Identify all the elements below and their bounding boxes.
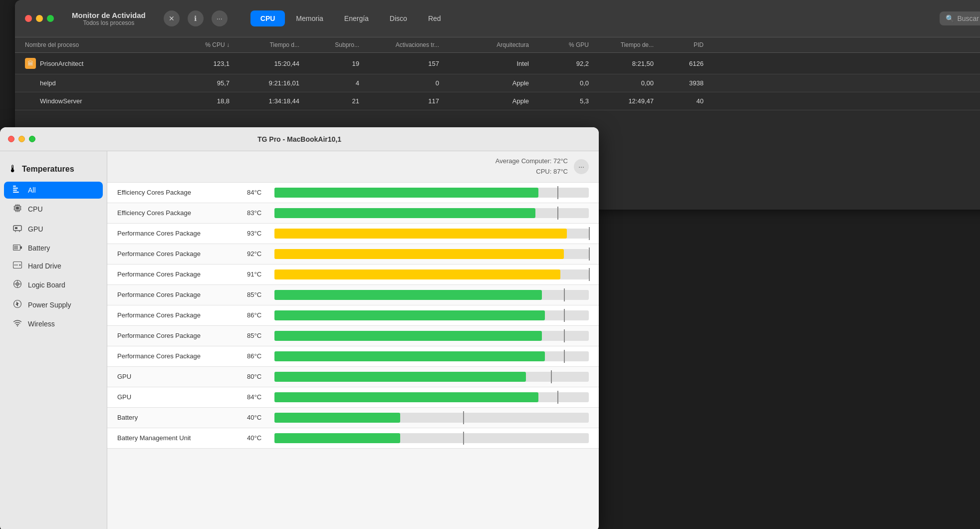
- temp-bar-container: [274, 188, 589, 198]
- temp-bar-container: [274, 229, 589, 239]
- temp-bar-container: [274, 310, 589, 320]
- temp-marker: [557, 186, 558, 199]
- temp-bar: [274, 331, 542, 341]
- temp-bar: [274, 290, 542, 300]
- am-tab-red[interactable]: Red: [418, 10, 451, 26]
- am-x-btn[interactable]: ✕: [164, 10, 180, 26]
- svg-rect-19: [15, 227, 17, 229]
- sidebar-item-logicboard[interactable]: Logic Board: [4, 275, 103, 294]
- sidebar-item-all[interactable]: All: [4, 182, 103, 199]
- temp-value: 86°C: [247, 352, 274, 360]
- temp-row: Performance Cores Package 85°C: [107, 285, 599, 305]
- am-col-gpu[interactable]: % GPU: [529, 41, 589, 48]
- sidebar-item-harddrive[interactable]: Hard Drive: [4, 258, 103, 274]
- am-col-pid[interactable]: PID: [654, 41, 704, 48]
- sidebar-item-logicboard-label: Logic Board: [28, 281, 65, 289]
- temp-marker: [589, 268, 590, 281]
- gpu-icon: [12, 224, 23, 235]
- tg-header-stats: Average Computer: 72°C CPU: 87°C: [495, 156, 568, 177]
- am-time: 9:21:16,01: [230, 79, 299, 87]
- am-tab-cpu[interactable]: CPU: [250, 10, 285, 26]
- sidebar-item-harddrive-label: Hard Drive: [28, 262, 61, 270]
- svg-rect-24: [14, 246, 18, 250]
- am-col-cpu[interactable]: % CPU ↓: [165, 41, 230, 48]
- am-time: 15:20,44: [230, 60, 299, 67]
- harddrive-icon: [12, 262, 23, 270]
- tg-more-btn[interactable]: ···: [574, 159, 589, 174]
- temp-value: 80°C: [247, 373, 274, 380]
- am-col-activaciones[interactable]: Activaciones tr...: [359, 41, 439, 48]
- am-col-proceso[interactable]: Nombre del proceso: [25, 41, 165, 48]
- am-col-subpro[interactable]: Subpro...: [299, 41, 359, 48]
- svg-rect-5: [16, 207, 19, 210]
- temp-bar-container: [274, 290, 589, 300]
- tg-content-header: Average Computer: 72°C CPU: 87°C ···: [107, 151, 599, 183]
- process-icon: 🏛: [25, 58, 36, 69]
- am-tab-energia[interactable]: Energía: [334, 10, 379, 26]
- sidebar-item-cpu-label: CPU: [28, 205, 43, 213]
- tg-close-btn[interactable]: [8, 136, 14, 142]
- temp-label: GPU: [117, 393, 247, 401]
- temp-marker: [589, 248, 590, 261]
- temp-label: Performance Cores Package: [117, 270, 247, 278]
- am-tab-memoria[interactable]: Memoria: [286, 10, 333, 26]
- temp-label: Battery Management Unit: [117, 434, 247, 442]
- am-activations: 0: [359, 79, 439, 87]
- temp-label: Performance Cores Package: [117, 311, 247, 319]
- am-cpu-pct: 18,8: [165, 97, 230, 105]
- am-pid: 40: [654, 97, 704, 105]
- table-row[interactable]: WindowServer 18,8 1:34:18,44 21 117 Appl…: [15, 92, 980, 110]
- search-icon: 🔍: [946, 14, 954, 22]
- am-arch: Intel: [439, 60, 529, 67]
- am-more-btn[interactable]: ···: [212, 10, 228, 26]
- am-process-name: WindowServer: [25, 97, 165, 105]
- temp-marker: [589, 227, 590, 240]
- am-time: 1:34:18,44: [230, 97, 299, 105]
- sidebar-item-gpu[interactable]: GPU: [4, 220, 103, 239]
- am-window-title: Monitor de Actividad: [72, 11, 146, 19]
- temp-label: Performance Cores Package: [117, 250, 247, 258]
- temp-value: 40°C: [247, 434, 274, 442]
- am-minimize-btn[interactable]: [36, 15, 43, 22]
- am-activations: 117: [359, 97, 439, 105]
- process-label: WindowServer: [40, 97, 82, 105]
- tg-maximize-btn[interactable]: [29, 136, 35, 142]
- sidebar-item-powersupply[interactable]: Power Supply: [4, 295, 103, 314]
- temp-bar: [274, 269, 560, 279]
- temp-label: Performance Cores Package: [117, 332, 247, 339]
- am-gpu-time: 12:49,47: [589, 97, 654, 105]
- am-search-bar[interactable]: 🔍 Buscar: [940, 11, 980, 25]
- sidebar-item-cpu[interactable]: CPU: [4, 200, 103, 219]
- temp-row: Performance Cores Package 91°C: [107, 264, 599, 285]
- logicboard-icon: [12, 279, 23, 290]
- am-traffic-lights: [25, 15, 54, 22]
- sidebar-item-battery[interactable]: Battery: [4, 240, 103, 257]
- temp-row: Performance Cores Package 86°C: [107, 346, 599, 367]
- svg-point-26: [19, 264, 21, 266]
- temp-bar-container: [274, 392, 589, 402]
- am-maximize-btn[interactable]: [47, 15, 54, 22]
- am-col-tiempo[interactable]: Tiempo d...: [230, 41, 299, 48]
- temp-row: Performance Cores Package 85°C: [107, 326, 599, 346]
- temp-marker: [557, 391, 558, 404]
- temp-bar-container: [274, 208, 589, 218]
- am-info-btn[interactable]: ℹ: [188, 10, 204, 26]
- tg-minimize-btn[interactable]: [18, 136, 25, 142]
- am-col-arquitectura[interactable]: Arquitectura: [439, 41, 529, 48]
- sidebar-item-wireless[interactable]: Wireless: [4, 315, 103, 332]
- am-col-tiempo-gpu[interactable]: Tiempo de...: [589, 41, 654, 48]
- am-close-btn[interactable]: [25, 15, 32, 22]
- temp-row: GPU 84°C: [107, 387, 599, 408]
- am-gpu-time: 8:21,50: [589, 60, 654, 67]
- temp-label: Efficiency Cores Package: [117, 209, 247, 217]
- temp-label: GPU: [117, 373, 247, 380]
- thermometer-icon: 🌡: [8, 163, 18, 175]
- table-row[interactable]: helpd 95,7 9:21:16,01 4 0 Apple 0,0 0,00…: [15, 74, 980, 92]
- table-row[interactable]: 🏛 PrisonArchitect 123,1 15:20,44 19 157 …: [15, 53, 980, 74]
- am-tab-disco[interactable]: Disco: [380, 10, 417, 26]
- process-label: helpd: [40, 79, 56, 87]
- temp-label: Battery: [117, 414, 247, 421]
- sidebar-item-all-label: All: [28, 186, 36, 194]
- temp-value: 85°C: [247, 291, 274, 298]
- am-arch: Apple: [439, 79, 529, 87]
